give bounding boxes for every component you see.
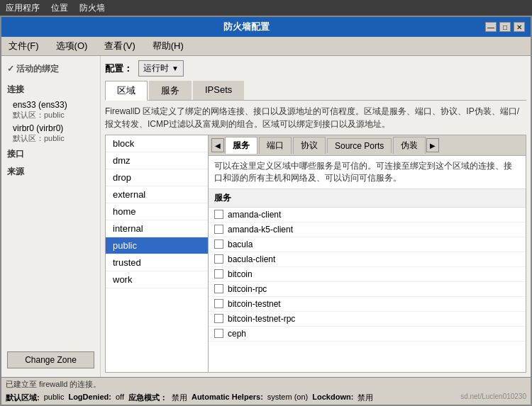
config-dropdown[interactable]: 运行时 ▼ xyxy=(138,60,184,77)
services-list-header: 服务 xyxy=(209,189,526,208)
service-checkbox-bitcoin-testnet-rpc[interactable] xyxy=(214,314,223,323)
virbr0-label: virbr0 (virbr0) xyxy=(13,123,94,133)
log-denied-label: LogDenied: xyxy=(68,393,111,403)
zones-list: block dmz drop external home internal pu… xyxy=(106,135,209,372)
zone-value: public xyxy=(44,393,65,403)
emergency-label: 应急模式： xyxy=(128,393,167,403)
list-item[interactable]: bitcoin-testnet xyxy=(209,297,526,312)
zone-label: 默认区域: xyxy=(6,393,40,403)
svc-tab-masquerade-label: 伪装 xyxy=(401,140,418,150)
menu-file[interactable]: 文件(F) xyxy=(6,39,42,53)
emergency-value: 禁用 xyxy=(172,393,187,403)
window-title: 防火墙配置 xyxy=(7,21,485,33)
list-item[interactable]: bitcoin-testnet-rpc xyxy=(209,312,526,327)
virbr0-default: 默认区：public xyxy=(13,133,94,144)
list-item[interactable]: amanda-client xyxy=(209,208,526,222)
zone-description: FirewallD 区域定义了绑定的网络连接、接口以及源地址的可信程度。区域是服… xyxy=(105,105,526,130)
sidebar-ens33[interactable]: ens33 (ens33) 默认区：public xyxy=(1,98,100,122)
list-item[interactable]: bacula xyxy=(209,237,526,252)
service-name-bacula: bacula xyxy=(228,239,253,249)
prev-nav-button[interactable]: ◀ xyxy=(211,138,224,152)
list-item[interactable]: ceph xyxy=(209,327,526,342)
main-tabs: 区域 服务 IPSets xyxy=(105,81,526,101)
services-panel: ◀ 服务 端口 协议 Source Ports xyxy=(209,135,526,372)
service-name-amanda-k5-client: amanda-k5-client xyxy=(228,225,293,235)
window-controls: — □ ✕ xyxy=(485,22,525,32)
svc-tab-services[interactable]: 服务 xyxy=(225,137,257,154)
close-button[interactable]: ✕ xyxy=(514,22,525,32)
svc-tab-services-label: 服务 xyxy=(233,140,250,150)
service-checkbox-amanda-client[interactable] xyxy=(214,210,223,219)
next-nav-button[interactable]: ▶ xyxy=(426,138,439,152)
titlebar: 防火墙配置 — □ ✕ xyxy=(1,17,531,37)
list-item[interactable]: bitcoin-rpc xyxy=(209,282,526,297)
service-checkbox-bacula-client[interactable] xyxy=(214,254,223,264)
watermark: sd.net/Luclen010230 xyxy=(460,393,526,403)
minimize-button[interactable]: — xyxy=(485,22,497,32)
service-checkbox-bitcoin[interactable] xyxy=(214,269,223,278)
svc-tab-ports[interactable]: 端口 xyxy=(259,137,292,154)
zone-drop[interactable]: drop xyxy=(106,169,208,186)
zones-services-panel: block dmz drop external home internal pu… xyxy=(105,135,526,373)
auto-helpers-value: system (on) xyxy=(267,393,308,403)
svc-tab-protocol[interactable]: 协议 xyxy=(293,137,326,154)
zone-trusted[interactable]: trusted xyxy=(106,254,208,271)
list-item[interactable]: bacula-client xyxy=(209,252,526,267)
os-menu-apps[interactable]: 应用程序 xyxy=(6,2,40,14)
service-name-ceph: ceph xyxy=(228,329,246,339)
zone-internal[interactable]: internal xyxy=(106,220,208,237)
service-name-bacula-client: bacula-client xyxy=(228,254,275,264)
service-name-bitcoin-testnet-rpc: bitcoin-testnet-rpc xyxy=(228,314,295,324)
zone-home[interactable]: home xyxy=(106,203,208,220)
config-row: 配置： 运行时 ▼ xyxy=(105,60,526,77)
source-section-label: 来源 xyxy=(1,163,100,181)
tab-services[interactable]: 服务 xyxy=(149,81,192,100)
app-menu: 文件(F) 选项(O) 查看(V) 帮助(H) xyxy=(1,37,531,56)
active-binding-label: ✓ 活动的绑定 xyxy=(7,63,94,75)
interface-section-label: 接口 xyxy=(1,145,100,163)
right-panel: 配置： 运行时 ▼ 区域 服务 IPSets FirewallD 区域定义了绑定… xyxy=(101,56,531,377)
bottom-info-bar: 默认区域: public LogDenied: off 应急模式： 禁用 Aut… xyxy=(1,391,531,405)
ens33-default: 默认区：public xyxy=(13,110,94,120)
zone-block[interactable]: block xyxy=(106,135,208,152)
auto-helpers-label: Automatic Helpers: xyxy=(192,393,263,403)
service-checkbox-bacula[interactable] xyxy=(214,239,223,249)
svc-tab-ports-label: 端口 xyxy=(267,140,284,150)
change-zone-button[interactable]: Change Zone xyxy=(7,351,94,368)
service-checkbox-bitcoin-testnet[interactable] xyxy=(214,299,223,308)
svc-tab-source-ports[interactable]: Source Ports xyxy=(327,138,392,153)
log-denied-value: off xyxy=(116,393,124,403)
main-content: ✓ 活动的绑定 连接 ens33 (ens33) 默认区：public virb… xyxy=(1,56,531,377)
menu-options[interactable]: 选项(O) xyxy=(53,39,91,53)
zone-work[interactable]: work xyxy=(106,271,208,288)
lockdown-value: 禁用 xyxy=(358,393,373,403)
service-name-bitcoin-testnet: bitcoin-testnet xyxy=(228,299,281,309)
service-checkbox-ceph[interactable] xyxy=(214,329,223,338)
service-checkbox-amanda-k5-client[interactable] xyxy=(214,225,223,234)
svc-tab-protocol-label: 协议 xyxy=(301,140,318,150)
zone-external[interactable]: external xyxy=(106,186,208,203)
zone-dmz[interactable]: dmz xyxy=(106,152,208,169)
tab-ipsets[interactable]: IPSets xyxy=(193,81,244,100)
services-toolbar: ◀ 服务 端口 协议 Source Ports xyxy=(209,135,526,156)
list-item[interactable]: bitcoin xyxy=(209,267,526,282)
os-menu-firewall[interactable]: 防火墙 xyxy=(79,2,105,14)
connection-section-label: 连接 xyxy=(1,81,100,98)
svc-tab-masquerade[interactable]: 伪装 xyxy=(393,137,426,154)
zone-public[interactable]: public xyxy=(106,237,208,254)
list-item[interactable]: amanda-k5-client xyxy=(209,222,526,237)
service-name-amanda-client: amanda-client xyxy=(228,210,281,220)
main-window: 防火墙配置 — □ ✕ 文件(F) 选项(O) 查看(V) 帮助(H) ✓ 活动… xyxy=(0,16,532,406)
services-list: amanda-client amanda-k5-client bacula xyxy=(209,208,526,372)
service-name-bitcoin: bitcoin xyxy=(228,269,253,279)
menu-view[interactable]: 查看(V) xyxy=(101,39,138,53)
active-binding-section: ✓ 活动的绑定 xyxy=(1,60,100,81)
lockdown-label: Lockdown: xyxy=(312,393,353,403)
os-menu-places[interactable]: 位置 xyxy=(51,2,68,14)
service-checkbox-bitcoin-rpc[interactable] xyxy=(214,284,223,293)
sidebar-virbr0[interactable]: virbr0 (virbr0) 默认区：public xyxy=(1,122,100,145)
dropdown-arrow-icon: ▼ xyxy=(172,64,179,72)
tab-zones[interactable]: 区域 xyxy=(105,81,148,101)
menu-help[interactable]: 帮助(H) xyxy=(150,39,187,53)
maximize-button[interactable]: □ xyxy=(499,22,511,32)
